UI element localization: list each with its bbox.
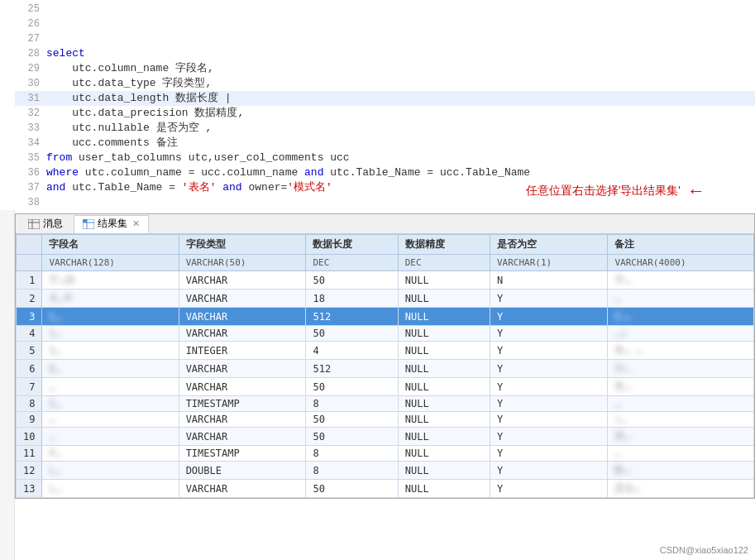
code-line-34: 34 ucc.comments 备注 (15, 136, 755, 151)
cell-comments: 数… (608, 462, 754, 480)
tab-results[interactable]: 结果集 ✕ (74, 215, 149, 233)
cell-nullable: Y (490, 480, 607, 498)
cell-fieldtype: VARCHAR (179, 480, 306, 498)
table-row[interactable]: 13 L… VARCHAR 50 NULL Y 是合… (17, 480, 754, 498)
table-row[interactable]: 8 E… TIMESTAMP 8 NULL Y … (17, 396, 754, 412)
cell-fieldtype: VARCHAR (179, 412, 306, 428)
table-row[interactable]: 6 D… VARCHAR 512 NULL Y 尔… (17, 360, 754, 378)
row-num: 13 (17, 480, 42, 498)
row-num: 3 (17, 308, 42, 326)
cell-nullable: Y (490, 342, 607, 360)
code-line-35: 35 from user_tab_columns utc,user_col_co… (15, 151, 755, 165)
cell-datalength: 4 (306, 342, 398, 360)
cell-fieldname: P… (42, 446, 179, 462)
col-sub-comments: VARCHAR(4000) (608, 255, 754, 271)
row-num: 6 (17, 360, 42, 378)
cell-datalength: 512 (306, 308, 398, 326)
code-line-32: 32 utc.data_precision 数据精度, (15, 106, 755, 121)
cell-nullable: Y (490, 290, 607, 308)
cell-datalength: 50 (306, 378, 398, 396)
watermark: CSDN@xiao5xiao122 (660, 545, 748, 555)
table-row[interactable]: 10 … VARCHAR 50 NULL Y 琶… (17, 428, 754, 446)
cell-dataprecision: NULL (398, 271, 490, 290)
col-header-datalength: 数据长度 (306, 235, 398, 255)
cell-fieldtype: VARCHAR (179, 326, 306, 342)
col-sub-dataprecision: DEC (398, 255, 490, 271)
row-num: 4 (17, 326, 42, 342)
cell-datalength: 8 (306, 446, 398, 462)
cell-fieldtype: VARCHAR (179, 428, 306, 446)
results-table-wrapper[interactable]: 字段名 字段类型 数据长度 数据精度 是否为空 备注 VARCHAR(128) … (16, 234, 754, 498)
cell-nullable: Y (490, 378, 607, 396)
code-line-36: 36 where utc.column_name = ucc.column_na… (15, 165, 755, 180)
cell-fieldname: 名…M (42, 290, 179, 308)
cell-nullable: Y (490, 360, 607, 378)
cell-dataprecision: NULL (398, 326, 490, 342)
cell-dataprecision: NULL (398, 290, 490, 308)
cell-comments: 琶… (608, 428, 754, 446)
col-sub-datalength: DEC (306, 255, 398, 271)
cell-fieldname: C… (42, 308, 179, 326)
cell-nullable: Y (490, 446, 607, 462)
col-header-fieldtype: 字段类型 (179, 235, 306, 255)
tab-results-label: 结果集 (98, 217, 127, 231)
cell-fieldtype: VARCHAR (179, 378, 306, 396)
cell-fieldname: E… (42, 396, 179, 412)
cell-dataprecision: NULL (398, 396, 490, 412)
svg-rect-0 (28, 219, 40, 229)
table-header-row: 字段名 字段类型 数据长度 数据精度 是否为空 备注 (17, 235, 754, 255)
cell-dataprecision: NULL (398, 412, 490, 428)
cell-fieldname: I… (42, 342, 179, 360)
cell-dataprecision: NULL (398, 378, 490, 396)
cell-dataprecision: NULL (398, 308, 490, 326)
row-num: 10 (17, 428, 42, 446)
annotation: 任意位置右击选择'导出结果集' ← (526, 180, 705, 202)
code-line-30: 30 utc.data_type 字段类型, (15, 76, 755, 91)
table-row[interactable]: 2 名…M VARCHAR 18 NULL Y … (17, 290, 754, 308)
code-line-29: 29 utc.column_name 字段名, (15, 61, 755, 76)
tab-messages-label: 消息 (43, 217, 63, 231)
table-row[interactable]: 4 I… VARCHAR 50 NULL Y …i (17, 326, 754, 342)
tab-close-icon[interactable]: ✕ (132, 218, 140, 229)
cell-fieldname: … (42, 428, 179, 446)
table-row[interactable]: 11 P… TIMESTAMP 8 NULL Y … (17, 446, 754, 462)
cell-comments: 字… (608, 271, 754, 290)
cell-datalength: 8 (306, 396, 398, 412)
annotation-arrow: ← (687, 180, 705, 202)
cell-datalength: 8 (306, 462, 398, 480)
row-num: 1 (17, 271, 42, 290)
row-num-header (17, 235, 42, 255)
table-row[interactable]: 1 字…段 VARCHAR 50 NULL N 字… (17, 271, 754, 290)
cell-datalength: 18 (306, 290, 398, 308)
cell-fieldtype: TIMESTAMP (179, 396, 306, 412)
cell-nullable: Y (490, 428, 607, 446)
cell-datalength: 50 (306, 480, 398, 498)
tab-messages[interactable]: 消息 (19, 215, 72, 233)
table-row[interactable]: 7 … VARCHAR 50 NULL Y 里… (17, 378, 754, 396)
code-line-28: 28 select (15, 46, 755, 61)
cell-dataprecision: NULL (398, 446, 490, 462)
code-line-26: 26 (15, 17, 755, 31)
table-row[interactable]: 9 … VARCHAR 50 NULL Y (… (17, 412, 754, 428)
cell-comments: (… (608, 412, 754, 428)
cell-nullable: Y (490, 396, 607, 412)
cell-dataprecision: NULL (398, 360, 490, 378)
col-header-nullable: 是否为空 (490, 235, 607, 255)
col-header-comments: 备注 (608, 235, 754, 255)
table-row-selected[interactable]: 3 C… VARCHAR 512 NULL Y 仁… (17, 308, 754, 326)
row-num: 2 (17, 290, 42, 308)
cell-fieldname: D… (42, 360, 179, 378)
code-line-27: 27 (15, 31, 755, 46)
cell-fieldname: L… (42, 462, 179, 480)
annotation-text: 任意位置右击选择'导出结果集' (526, 184, 681, 199)
cell-dataprecision: NULL (398, 428, 490, 446)
cell-comments: … (608, 446, 754, 462)
cell-fieldname: L… (42, 480, 179, 498)
table-row[interactable]: 12 L… DOUBLE 8 NULL Y 数… (17, 462, 754, 480)
row-num: 11 (17, 446, 42, 462)
col-sub-fieldname: VARCHAR(128) (42, 255, 179, 271)
cell-nullable: Y (490, 326, 607, 342)
cell-comments: …i (608, 326, 754, 342)
table-row[interactable]: 5 I… INTEGER 4 NULL Y 有… … (17, 342, 754, 360)
message-icon (28, 219, 40, 229)
